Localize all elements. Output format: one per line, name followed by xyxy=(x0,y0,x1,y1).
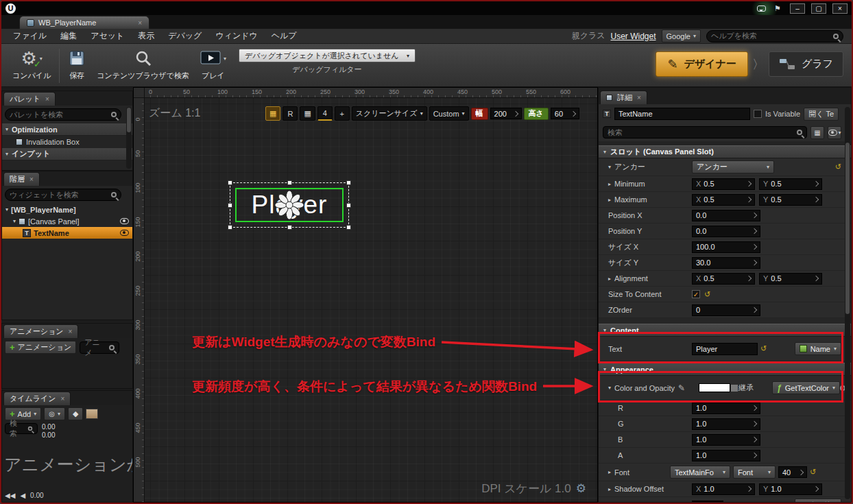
expand-icon[interactable]: ▸ xyxy=(608,469,611,475)
play-button[interactable]: ▾ プレイ xyxy=(195,47,232,81)
expand-icon[interactable]: ▸ xyxy=(608,276,611,282)
zorder-input[interactable]: 0 xyxy=(692,304,760,316)
menu-debug[interactable]: デバッグ xyxy=(162,29,208,43)
screen-size-dropdown[interactable]: スクリーンサイズ ▾ xyxy=(352,106,427,121)
add-key-button[interactable]: ◆ xyxy=(68,407,83,420)
hierarchy-search-input[interactable]: ウィジェットを検索 xyxy=(5,189,121,201)
color-bind-dropdown[interactable]: ƒ GetTextColor ▾ xyxy=(772,381,840,394)
animation-search-input[interactable]: アニメ xyxy=(80,341,119,354)
expand-icon[interactable]: ▾ xyxy=(608,164,611,170)
resize-handle[interactable] xyxy=(346,225,351,230)
resize-handle[interactable] xyxy=(228,203,232,208)
curve-editor-button[interactable] xyxy=(86,409,98,419)
debug-object-dropdown[interactable]: デバッグオブジェクトが選択されていません ▾ xyxy=(239,49,416,62)
view-options-button[interactable]: ▾ xyxy=(828,126,841,139)
grid-snap-size-button[interactable]: 4 xyxy=(317,106,333,121)
alignment-x-input[interactable]: X0.5 xyxy=(692,273,755,285)
size-to-content-checkbox[interactable]: ✓ xyxy=(692,290,700,298)
shadow-color-swatch[interactable] xyxy=(692,501,723,503)
jump-to-start-icon[interactable]: ◀◀ xyxy=(5,492,15,499)
r-toggle-button[interactable]: R xyxy=(283,106,298,121)
shadow-color-bind-dropdown[interactable]: バインド ▾ xyxy=(795,499,841,503)
position-y-input[interactable]: 0.0 xyxy=(692,226,760,237)
grid-snap-toggle-button[interactable]: ▦ xyxy=(300,106,315,121)
palette-scrollbar[interactable] xyxy=(126,107,132,169)
visibility-eye-icon[interactable] xyxy=(120,230,129,236)
section-slot[interactable]: ▾スロット (Canvas Panel Slot) xyxy=(599,145,851,158)
surface-fill-toggle-button[interactable]: ▦ xyxy=(265,106,280,121)
save-button[interactable]: 保存 xyxy=(62,47,91,81)
help-search-input[interactable]: ヘルプを検索 xyxy=(706,30,843,43)
open-text-button[interactable]: 開く Te xyxy=(804,108,839,121)
timeline-options-button[interactable]: ◎ ▾ xyxy=(44,407,65,420)
reset-to-default-icon[interactable]: ↺ xyxy=(760,344,767,353)
color-g-input[interactable]: 1.0 xyxy=(692,418,760,430)
details-tab[interactable]: 詳細 × xyxy=(600,91,647,104)
expand-icon[interactable]: ▸ xyxy=(608,486,611,492)
font-size-input[interactable]: 40 xyxy=(778,466,807,478)
position-x-input[interactable]: 0.0 xyxy=(692,210,760,221)
font-family-dropdown[interactable]: TextMainFo▾ xyxy=(670,466,730,479)
asset-tab-wb-playername[interactable]: WB_PlayerName × xyxy=(19,16,149,29)
parent-class-link[interactable]: User Widget xyxy=(610,32,656,41)
width-input[interactable]: 200 xyxy=(490,108,522,119)
resize-handle[interactable] xyxy=(287,225,292,230)
menu-view[interactable]: 表示 xyxy=(132,29,160,43)
maximize-button[interactable]: ▢ xyxy=(811,3,826,14)
shadow-offset-x-input[interactable]: X1.0 xyxy=(692,483,755,495)
palette-tab[interactable]: パレット× xyxy=(3,92,56,106)
panel-close-icon[interactable]: × xyxy=(29,176,34,183)
hierarchy-tab[interactable]: 階層× xyxy=(3,172,40,186)
menu-file[interactable]: ファイル xyxy=(7,29,53,43)
expand-icon[interactable]: ▾ xyxy=(13,218,16,224)
menu-edit[interactable]: 編集 xyxy=(54,29,83,43)
details-scrollbar[interactable] xyxy=(845,107,850,499)
height-input[interactable]: 60 xyxy=(551,108,579,119)
play-options-dropdown-icon[interactable]: ▾ xyxy=(224,56,226,62)
palette-category-optimization[interactable]: ▾Optimization xyxy=(2,123,132,136)
details-search-input[interactable]: 検索 xyxy=(603,126,807,139)
section-appearance[interactable]: ▾Appearance xyxy=(599,363,851,376)
maximum-y-input[interactable]: Y0.5 xyxy=(759,194,822,206)
text-value-input[interactable]: Player xyxy=(692,343,758,355)
expand-icon[interactable]: ▸ xyxy=(608,197,611,203)
anchor-medallion-icon[interactable] xyxy=(274,190,304,220)
resolution-preset-dropdown[interactable]: Custom ▾ xyxy=(429,106,469,121)
expand-icon[interactable]: ▾ xyxy=(5,206,8,213)
inherit-checkbox[interactable] xyxy=(730,384,738,392)
find-in-content-browser-button[interactable]: コンテンツブラウザで検索 xyxy=(91,47,195,81)
designer-mode-button[interactable]: ✎ デザイナー xyxy=(656,51,748,77)
color-a-input[interactable]: 1.0 xyxy=(692,450,760,461)
resize-handle[interactable] xyxy=(228,225,232,230)
menu-window[interactable]: ウィンドウ xyxy=(209,29,263,43)
alignment-y-input[interactable]: Y0.5 xyxy=(759,273,822,285)
search-engine-dropdown[interactable]: Google ▾ xyxy=(662,29,701,43)
maximum-x-input[interactable]: X0.5 xyxy=(692,194,755,206)
hierarchy-row-root[interactable]: ▾ [WB_PlayerName] xyxy=(2,204,132,215)
panel-close-icon[interactable]: × xyxy=(45,95,49,103)
panel-close-icon[interactable]: × xyxy=(69,328,73,335)
hierarchy-row-textname[interactable]: T TextName xyxy=(2,227,132,239)
shadow-offset-y-input[interactable]: Y1.0 xyxy=(759,483,822,495)
reset-to-default-icon[interactable]: ↺ xyxy=(835,163,841,171)
property-matrix-button[interactable]: ▦ xyxy=(810,126,824,139)
size-x-input[interactable]: 100.0 xyxy=(692,241,760,253)
timeline-search-input[interactable]: 検索 xyxy=(5,423,38,434)
expand-icon[interactable]: ▸ xyxy=(608,181,611,187)
color-b-input[interactable]: 1.0 xyxy=(692,434,760,446)
resize-handle[interactable] xyxy=(346,180,351,185)
transform-mode-button[interactable]: + xyxy=(335,106,350,121)
reset-to-default-icon[interactable]: ↺ xyxy=(704,290,710,299)
palette-search-input[interactable]: パレットを検索 xyxy=(5,108,121,121)
menu-asset[interactable]: アセット xyxy=(84,29,130,43)
tab-close-icon[interactable]: × xyxy=(138,19,142,27)
size-y-input[interactable]: 30.0 xyxy=(692,257,760,269)
step-back-icon[interactable]: ◀ xyxy=(20,492,25,499)
resize-handle[interactable] xyxy=(287,180,292,185)
dpi-settings-gear-icon[interactable]: ⚙ xyxy=(576,481,586,496)
graph-mode-button[interactable]: グラフ xyxy=(769,51,843,77)
expand-icon[interactable]: ▾ xyxy=(608,385,611,391)
visibility-eye-icon[interactable] xyxy=(120,218,129,224)
timeline-tab[interactable]: タイムライン× xyxy=(3,392,71,405)
minimize-button[interactable]: – xyxy=(790,3,805,14)
